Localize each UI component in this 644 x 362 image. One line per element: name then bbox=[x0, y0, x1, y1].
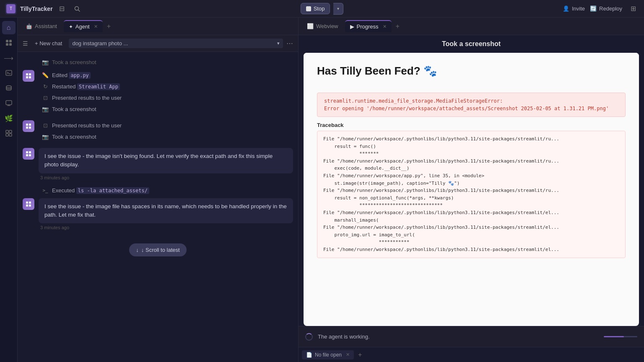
svg-rect-14 bbox=[6, 134, 8, 136]
svg-rect-12 bbox=[6, 130, 8, 133]
topbar: T TillyTracker ⊟ Stop ▾ 👤 Invite 🔄 Redep… bbox=[0, 0, 644, 18]
svg-line-1 bbox=[78, 10, 80, 11]
tab-progress-close[interactable]: ✕ bbox=[383, 24, 387, 29]
search-icon[interactable] bbox=[71, 3, 83, 15]
action-took-screenshot-1: 📷 Took a screenshot bbox=[39, 57, 293, 67]
app-main-title: Has Tilly Been Fed? 🐾 bbox=[317, 65, 626, 78]
traceback-line-2: result = func() bbox=[323, 143, 619, 150]
progress-icon: ▶ bbox=[350, 23, 354, 30]
chat-more-button[interactable]: ⋯ bbox=[286, 39, 293, 47]
screenshot-frame: Has Tilly Been Fed? 🐾 streamlit.runtime.… bbox=[304, 53, 639, 326]
loading-spinner bbox=[305, 333, 313, 341]
invite-button[interactable]: 👤 Invite bbox=[563, 5, 585, 12]
traceback-line-7: st.image(str(image_path), caption="Tilly… bbox=[323, 180, 619, 187]
save-icon[interactable]: ⊟ bbox=[56, 3, 68, 15]
agent-text-content-2: I see the issue - the image file has spa… bbox=[39, 198, 293, 230]
traceback-line-13: File "/home/runner/workspace/.pythonlibs… bbox=[323, 224, 619, 231]
svg-rect-25 bbox=[29, 151, 31, 153]
menu-icon[interactable]: ☰ bbox=[23, 40, 28, 47]
sidebar-item-agent[interactable] bbox=[2, 36, 16, 49]
tab-assistant[interactable]: 🤖 Assistant bbox=[21, 21, 62, 32]
stop-dropdown[interactable]: ▾ bbox=[333, 3, 343, 15]
tab-webview[interactable]: ⬜ Webview bbox=[302, 21, 343, 32]
assistant-tab-icon: 🤖 bbox=[26, 23, 32, 29]
app-header: Has Tilly Been Fed? 🐾 bbox=[304, 53, 639, 93]
file-tab-label: No file open bbox=[315, 352, 342, 358]
svg-rect-13 bbox=[9, 130, 12, 133]
sidebar-item-plant[interactable]: 🌿 bbox=[2, 111, 16, 125]
terminal-icon: >_ bbox=[42, 188, 49, 193]
action-terminal-exec: >_ Executed ls -la attached_assets/ bbox=[39, 185, 293, 196]
action-restart-app: ↻ Restarted Streamlit App bbox=[39, 81, 293, 92]
chat-tab-bar: 🤖 Assistant ✦ Agent ✕ + bbox=[18, 18, 298, 35]
scroll-to-latest-button[interactable]: ↓ ↓ Scroll to latest bbox=[129, 243, 186, 256]
pin-icon[interactable]: ⊞ bbox=[627, 3, 639, 15]
svg-rect-29 bbox=[29, 202, 31, 204]
agent-actions-2: ⊡ Presented results to the user 📷 Took a… bbox=[39, 120, 293, 143]
tab-add-button[interactable]: + bbox=[104, 20, 113, 33]
svg-rect-26 bbox=[26, 154, 28, 156]
file-tab-close[interactable]: ✕ bbox=[346, 352, 350, 357]
action-present-label-2: Presented results to the user bbox=[52, 122, 122, 129]
sidebar-item-arrow[interactable]: ⟶ bbox=[2, 51, 16, 65]
redeploy-button[interactable]: 🔄 Redeploy bbox=[590, 5, 622, 12]
tab-agent-close[interactable]: ✕ bbox=[94, 24, 98, 29]
right-tab-add-button[interactable]: + bbox=[393, 20, 402, 33]
right-tab-bar: ⬜ Webview ▶ Progress ✕ + bbox=[299, 18, 644, 35]
sidebar-item-server[interactable] bbox=[2, 81, 16, 95]
traceback-line-14: proto_img.url = image_to_url( bbox=[323, 231, 619, 239]
traceback-line-9: result = non_optional_func(*args, **kwar… bbox=[323, 194, 619, 202]
chat-dropdown[interactable]: dog instagram photo ... ▾ bbox=[69, 39, 283, 48]
action-text: Took a screenshot bbox=[52, 59, 96, 65]
error-message: Error opening '/home/runner/workspace/at… bbox=[324, 106, 618, 111]
svg-rect-28 bbox=[26, 202, 28, 204]
agent-text-content-1: I see the issue - the image isn't being … bbox=[39, 148, 293, 180]
traceback-box: Traceback File "/home/runner/workspace/.… bbox=[317, 122, 626, 258]
chat-panel: 🤖 Assistant ✦ Agent ✕ + ☰ + New chat dog… bbox=[18, 18, 299, 362]
traceback-line-4: File "/home/runner/workspace/.pythonlibs… bbox=[323, 158, 619, 165]
sidebar-item-home[interactable]: ⌂ bbox=[2, 21, 16, 34]
svg-rect-15 bbox=[9, 134, 12, 136]
tab-agent[interactable]: ✦ Agent ✕ bbox=[64, 20, 103, 32]
sidebar-item-terminal[interactable] bbox=[2, 66, 16, 80]
action-screenshot-label-3: Took a screenshot bbox=[52, 134, 96, 140]
chevron-down-icon: ▾ bbox=[337, 6, 339, 11]
agent-message-2: I see the issue - the image file has spa… bbox=[23, 198, 293, 230]
action-terminal-label: Executed ls -la attached_assets/ bbox=[52, 187, 149, 194]
chat-messages: 📷 Took a screenshot ✏️ Edited app.py ↻ R… bbox=[18, 52, 298, 362]
redeploy-icon: 🔄 bbox=[590, 5, 597, 12]
traceback-line-1: File "/home/runner/workspace/.pythonlibs… bbox=[323, 135, 619, 143]
edit-icon: ✏️ bbox=[42, 72, 49, 78]
svg-point-8 bbox=[6, 86, 11, 88]
agent-text-1: I see the issue - the image isn't being … bbox=[39, 148, 293, 173]
stop-button[interactable]: Stop bbox=[301, 3, 330, 14]
file-tab-no-file[interactable]: 📄 No file open ✕ bbox=[302, 350, 354, 359]
svg-rect-19 bbox=[29, 76, 31, 78]
file-icon: 📄 bbox=[306, 352, 312, 358]
svg-rect-22 bbox=[26, 127, 28, 129]
screenshot-inner[interactable]: Has Tilly Been Fed? 🐾 streamlit.runtime.… bbox=[304, 53, 639, 326]
chevron-down-icon: ▾ bbox=[277, 41, 280, 46]
tab-progress[interactable]: ▶ Progress ✕ bbox=[345, 20, 392, 32]
traceback-line-5: exec(code, module.__dict__) bbox=[323, 165, 619, 172]
svg-rect-5 bbox=[9, 43, 12, 46]
svg-rect-27 bbox=[29, 154, 31, 156]
action-present-label-1: Presented results to the user bbox=[52, 95, 122, 101]
app-logo: T bbox=[6, 4, 16, 13]
action-restart-label: Restarted Streamlit App bbox=[52, 83, 120, 90]
action-screenshot-label-2: Took a screenshot bbox=[52, 106, 96, 112]
sidebar-item-monitor[interactable] bbox=[2, 96, 16, 110]
traceback-line-16: File "/home/runner/workspace/.pythonlibs… bbox=[323, 246, 619, 253]
topbar-center: Stop ▾ bbox=[301, 3, 344, 15]
file-tab-add-button[interactable]: + bbox=[356, 349, 364, 360]
avatar-agent-4 bbox=[23, 198, 34, 210]
home-button[interactable]: T bbox=[5, 3, 17, 15]
avatar-agent-2 bbox=[23, 120, 34, 132]
svg-rect-30 bbox=[26, 204, 28, 207]
chat-toolbar: ☰ + New chat dog instagram photo ... ▾ ⋯ bbox=[18, 35, 298, 52]
sidebar-item-grid[interactable] bbox=[2, 127, 16, 140]
agent-message-group-1: ✏️ Edited app.py ↻ Restarted Streamlit A… bbox=[23, 70, 293, 115]
avatar-agent-3 bbox=[23, 148, 34, 160]
traceback-line-3: ******* bbox=[323, 150, 619, 158]
new-chat-button[interactable]: + New chat bbox=[31, 39, 65, 48]
